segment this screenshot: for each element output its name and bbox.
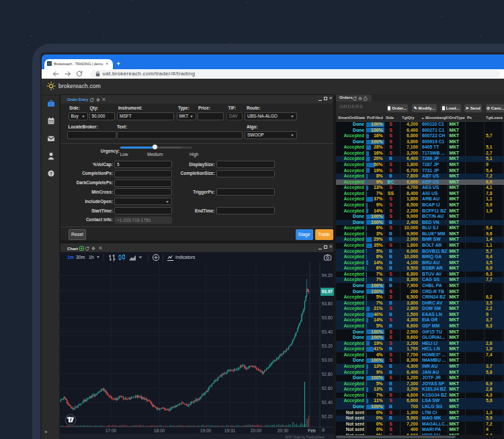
svg-text:?: ?: [50, 171, 52, 175]
